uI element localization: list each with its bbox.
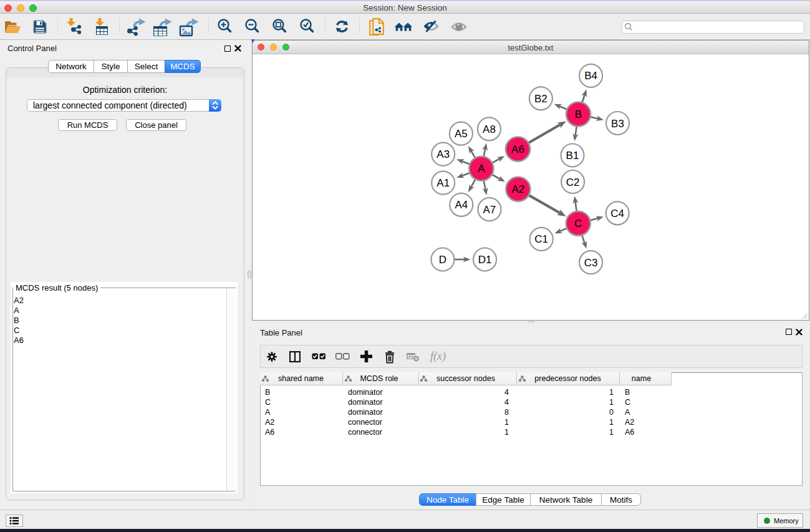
- svg-text:C: C: [574, 218, 582, 230]
- svg-text:C1: C1: [534, 233, 548, 245]
- svg-text:A6: A6: [511, 143, 524, 155]
- svg-text:D: D: [439, 254, 446, 266]
- svg-text:A7: A7: [483, 204, 496, 216]
- svg-text:C2: C2: [566, 177, 580, 188]
- svg-text:A1: A1: [436, 177, 450, 189]
- svg-text:C3: C3: [584, 257, 598, 269]
- svg-text:A3: A3: [436, 148, 450, 160]
- svg-text:B3: B3: [611, 118, 624, 130]
- svg-text:A8: A8: [483, 123, 496, 135]
- svg-text:C4: C4: [610, 208, 624, 220]
- svg-text:B2: B2: [534, 93, 547, 105]
- svg-text:A4: A4: [455, 199, 468, 211]
- svg-text:B4: B4: [584, 70, 597, 82]
- svg-text:A: A: [478, 163, 485, 175]
- svg-text:A2: A2: [512, 183, 525, 195]
- svg-text:B: B: [575, 109, 582, 120]
- svg-text:B1: B1: [566, 150, 579, 162]
- svg-text:A5: A5: [455, 128, 468, 140]
- svg-text:D1: D1: [478, 254, 492, 266]
